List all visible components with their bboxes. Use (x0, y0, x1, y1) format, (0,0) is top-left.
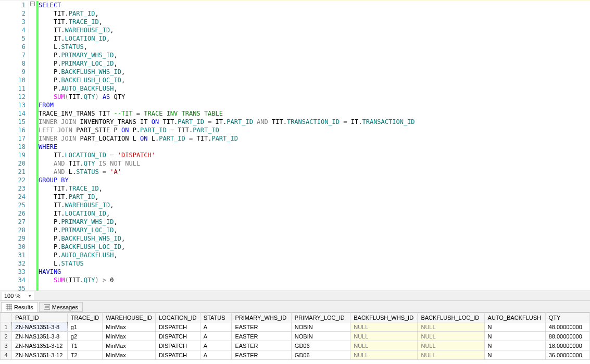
cell[interactable]: EASTER (232, 322, 291, 332)
cell[interactable]: NULL (350, 332, 418, 341)
code-line[interactable]: TRACE_INV_TRANS TIT --TIT = TRACE INV TR… (39, 109, 590, 118)
cell[interactable]: N (484, 350, 545, 360)
code-line[interactable]: INNER JOIN INVENTORY_TRANS IT ON TIT.PAR… (39, 118, 590, 126)
tab-messages[interactable]: Messages (39, 302, 83, 312)
cell[interactable]: MinMax (103, 350, 156, 360)
cell[interactable]: NOBIN (291, 322, 350, 332)
code-line[interactable]: GROUP BY (39, 176, 590, 184)
cell[interactable]: N (484, 332, 545, 341)
tab-results[interactable]: Results (1, 302, 38, 312)
table-row[interactable]: 4ZN-NAS1351-3-12T2MinMaxDISPATCHAEASTERG… (1, 350, 590, 360)
column-header[interactable]: LOCATION_ID (156, 313, 200, 322)
code-line[interactable]: TIT.TRACE_ID, (39, 184, 590, 193)
code-line[interactable]: TIT.PART_ID, (39, 9, 590, 18)
cell[interactable]: NULL (418, 332, 484, 341)
code-line[interactable]: SUM(TIT.QTY) > 0 (39, 276, 590, 284)
row-header[interactable]: 3 (1, 341, 12, 350)
results-grid-pane[interactable]: PART_IDTRACE_IDWAREHOUSE_IDLOCATION_IDST… (0, 312, 590, 364)
code-line[interactable] (39, 284, 590, 291)
code-area[interactable]: SELECT TIT.PART_ID, TIT.TRACE_ID, IT.WAR… (39, 1, 590, 291)
cell[interactable]: A (200, 332, 232, 341)
cell[interactable]: 48.00000000 (545, 322, 589, 332)
cell[interactable]: DISPATCH (156, 322, 200, 332)
column-header[interactable]: PRIMARY_WHS_ID (232, 313, 291, 322)
column-header[interactable]: PART_ID (12, 313, 68, 322)
cell[interactable]: NULL (418, 341, 484, 350)
results-grid[interactable]: PART_IDTRACE_IDWAREHOUSE_IDLOCATION_IDST… (0, 312, 590, 360)
code-line[interactable]: AND L.STATUS = 'A' (39, 168, 590, 176)
code-line[interactable]: SELECT (39, 1, 590, 9)
column-header[interactable]: BACKFLUSH_WHS_ID (350, 313, 418, 322)
code-line[interactable]: P.PRIMARY_LOC_ID, (39, 226, 590, 234)
cell[interactable]: NULL (350, 350, 418, 360)
cell[interactable]: ZN-NAS1351-3-8 (12, 332, 68, 341)
cell[interactable]: N (484, 341, 545, 350)
cell[interactable]: MinMax (103, 332, 156, 341)
code-line[interactable]: HAVING (39, 268, 590, 276)
column-header[interactable]: STATUS (200, 313, 232, 322)
column-header[interactable]: BACKFLUSH_LOC_ID (418, 313, 484, 322)
zoom-dropdown[interactable]: 100 % ▼ (2, 292, 34, 300)
code-line[interactable]: L.STATUS, (39, 43, 590, 51)
fold-strip[interactable]: − (29, 1, 36, 291)
code-line[interactable]: P.BACKFLUSH_LOC_ID, (39, 76, 590, 84)
code-line[interactable]: TIT.PART_ID, (39, 193, 590, 201)
cell[interactable]: 18.00000000 (545, 341, 589, 350)
column-header[interactable]: WAREHOUSE_ID (103, 313, 156, 322)
table-row[interactable]: 2ZN-NAS1351-3-8g2MinMaxDISPATCHAEASTERNO… (1, 332, 590, 341)
code-line[interactable]: P.PRIMARY_WHS_ID, (39, 218, 590, 226)
cell[interactable]: EASTER (232, 350, 291, 360)
row-header[interactable]: 2 (1, 332, 12, 341)
code-line[interactable]: IT.WAREHOUSE_ID, (39, 201, 590, 209)
cell[interactable]: A (200, 350, 232, 360)
row-header[interactable]: 1 (1, 322, 12, 332)
code-line[interactable]: IT.LOCATION_ID = 'DISPATCH' (39, 151, 590, 159)
cell[interactable]: 36.00000000 (545, 350, 589, 360)
cell[interactable]: GD06 (291, 341, 350, 350)
code-line[interactable]: P.BACKFLUSH_WHS_ID, (39, 68, 590, 76)
code-line[interactable]: P.AUTO_BACKFLUSH, (39, 84, 590, 93)
code-line[interactable]: P.AUTO_BACKFLUSH, (39, 251, 590, 259)
cell[interactable]: NOBIN (291, 332, 350, 341)
sql-editor[interactable]: 1234567891011121314151617181920212223242… (0, 0, 590, 291)
cell[interactable]: MinMax (103, 322, 156, 332)
cell[interactable]: N (484, 322, 545, 332)
code-line[interactable]: IT.WAREHOUSE_ID, (39, 26, 590, 34)
code-line[interactable]: SUM(TIT.QTY) AS QTY (39, 93, 590, 101)
cell[interactable]: DISPATCH (156, 332, 200, 341)
code-line[interactable]: P.PRIMARY_LOC_ID, (39, 59, 590, 68)
cell[interactable]: ZN-NAS1351-3-12 (12, 350, 68, 360)
cell[interactable]: 88.00000000 (545, 332, 589, 341)
code-line[interactable]: P.BACKFLUSH_LOC_ID, (39, 243, 590, 251)
cell[interactable]: T1 (67, 341, 102, 350)
cell[interactable]: NULL (350, 341, 418, 350)
grid-corner[interactable] (1, 313, 12, 322)
cell[interactable]: NULL (418, 350, 484, 360)
cell[interactable]: g2 (67, 332, 102, 341)
cell[interactable]: NULL (350, 322, 418, 332)
code-line[interactable]: P.PRIMARY_WHS_ID, (39, 51, 590, 59)
code-line[interactable]: AND TIT.QTY IS NOT NULL (39, 159, 590, 168)
cell[interactable]: ZN-NAS1351-3-8 (12, 322, 68, 332)
code-line[interactable]: LEFT JOIN PART_SITE P ON P.PART_ID = TIT… (39, 126, 590, 134)
cell[interactable]: T2 (67, 350, 102, 360)
cell[interactable]: DISPATCH (156, 350, 200, 360)
cell[interactable]: DISPATCH (156, 341, 200, 350)
column-header[interactable]: AUTO_BACKFLUSH (484, 313, 545, 322)
code-line[interactable]: P.BACKFLUSH_WHS_ID, (39, 234, 590, 243)
cell[interactable]: EASTER (232, 332, 291, 341)
cell[interactable]: g1 (67, 322, 102, 332)
cell[interactable]: GD06 (291, 350, 350, 360)
code-line[interactable]: IT.LOCATION_ID, (39, 34, 590, 43)
cell[interactable]: MinMax (103, 341, 156, 350)
code-line[interactable]: INNER JOIN PART_LOCATION L ON L.PART_ID … (39, 134, 590, 143)
code-line[interactable]: FROM (39, 101, 590, 109)
code-line[interactable]: WHERE (39, 143, 590, 151)
column-header[interactable]: PRIMARY_LOC_ID (291, 313, 350, 322)
column-header[interactable]: QTY (545, 313, 589, 322)
cell[interactable]: A (200, 322, 232, 332)
cell[interactable]: EASTER (232, 341, 291, 350)
table-row[interactable]: 1ZN-NAS1351-3-8g1MinMaxDISPATCHAEASTERNO… (1, 322, 590, 332)
cell[interactable]: NULL (418, 322, 484, 332)
row-header[interactable]: 4 (1, 350, 12, 360)
